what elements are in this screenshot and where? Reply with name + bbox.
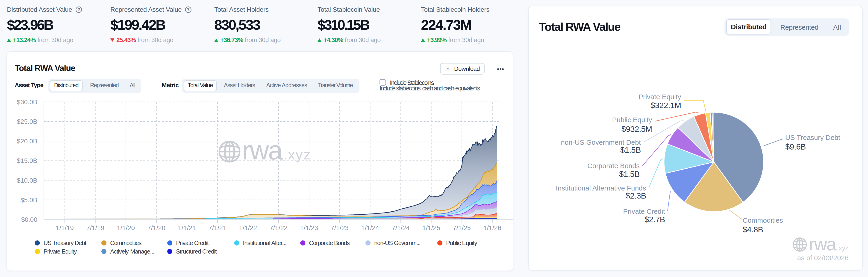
svg-text:US Treasury Debt: US Treasury Debt	[785, 134, 840, 141]
svg-text:$20.0B: $20.0B	[17, 138, 37, 145]
svg-text:1/1/26: 1/1/26	[484, 224, 501, 232]
svg-text:$1.5B: $1.5B	[620, 145, 641, 154]
svg-text:rwa: rwa	[809, 234, 837, 254]
svg-text:$0.00: $0.00	[21, 216, 37, 223]
svg-text:$10.0B: $10.0B	[17, 177, 37, 184]
svg-text:$322.1M: $322.1M	[650, 101, 681, 110]
svg-text:7/1/19: 7/1/19	[86, 224, 104, 232]
svg-text:.xyz: .xyz	[837, 244, 848, 252]
svg-text:$15.0B: $15.0B	[17, 157, 37, 164]
svg-text:1/1/22: 1/1/22	[239, 224, 257, 232]
svg-text:1/1/19: 1/1/19	[56, 224, 74, 232]
svg-text:Commodities: Commodities	[743, 216, 783, 224]
svg-text:1/1/21: 1/1/21	[178, 224, 196, 232]
svg-text:.xyz: .xyz	[283, 146, 311, 163]
svg-text:$5.0B: $5.0B	[21, 197, 37, 204]
svg-text:?: ?	[187, 7, 190, 12]
svg-text:$30.0B: $30.0B	[17, 99, 37, 106]
svg-text:Institutional Alternative Fund: Institutional Alternative Funds	[556, 184, 646, 192]
svg-text:?: ?	[78, 7, 80, 12]
svg-text:1/1/20: 1/1/20	[117, 224, 135, 232]
svg-text:7/1/21: 7/1/21	[209, 224, 226, 232]
svg-text:1/1/25: 1/1/25	[422, 224, 440, 232]
svg-text:7/1/23: 7/1/23	[331, 224, 349, 232]
svg-text:7/1/22: 7/1/22	[270, 224, 287, 232]
svg-text:$2.7B: $2.7B	[645, 215, 665, 224]
svg-text:rwa: rwa	[242, 136, 283, 165]
svg-text:Corporate Bonds: Corporate Bonds	[587, 162, 640, 170]
svg-text:1/1/24: 1/1/24	[361, 224, 379, 232]
svg-text:7/1/20: 7/1/20	[148, 224, 165, 232]
svg-text:$2.3B: $2.3B	[626, 191, 646, 200]
svg-text:Private Equity: Private Equity	[639, 93, 681, 101]
svg-text:as of 02/03/2026: as of 02/03/2026	[797, 254, 849, 262]
svg-text:7/1/24: 7/1/24	[392, 224, 410, 232]
svg-text:$4.8B: $4.8B	[743, 225, 763, 234]
svg-text:Public Equity: Public Equity	[612, 116, 652, 124]
svg-text:Private Credit: Private Credit	[623, 208, 665, 215]
svg-text:$25.0B: $25.0B	[17, 118, 37, 125]
svg-text:$932.5M: $932.5M	[621, 125, 652, 133]
svg-text:non-US Government Debt: non-US Government Debt	[561, 139, 641, 146]
svg-text:7/1/25: 7/1/25	[453, 224, 471, 232]
svg-text:1/1/23: 1/1/23	[300, 224, 318, 232]
svg-text:$1.5B: $1.5B	[619, 170, 640, 178]
svg-text:$9.6B: $9.6B	[785, 142, 806, 151]
